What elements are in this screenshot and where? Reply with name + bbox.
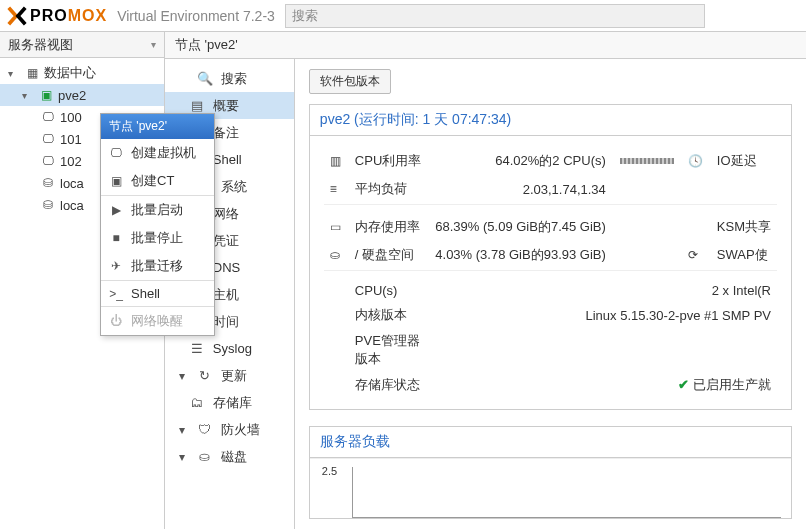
swap-icon: ⟳ <box>688 248 698 262</box>
monitor-icon: 🖵 <box>40 110 56 124</box>
resource-tree: ▾ ▦ 数据中心 ▾ ▣ pve2 🖵 100 🖵 101 🖵 102 <box>0 58 164 529</box>
info-row-kernel: 内核版本 Linux 5.15.30-2-pve #1 SMP PV <box>324 303 777 327</box>
chart-ytick: 2.5 <box>322 465 337 477</box>
stat-row-disk: ⛀ / 硬盘空间 4.03% (3.78 GiB的93.93 GiB) ⟳ SW… <box>324 242 777 268</box>
migrate-icon: ✈ <box>109 259 123 273</box>
shield-icon: 🛡 <box>197 422 213 437</box>
disk-icon: ⛀ <box>197 449 213 464</box>
ctx-bulk-start[interactable]: ▶批量启动 <box>101 196 214 224</box>
view-mode-label: 服务器视图 <box>8 36 73 54</box>
load-chart: 2.5 <box>310 458 791 518</box>
detail-panel: 软件包版本 pve2 (运行时间: 1 天 07:47:34) ▥ CPU利用率… <box>295 59 806 529</box>
status-panel-title: pve2 (运行时间: 1 天 07:47:34) <box>310 105 791 136</box>
status-table: ▥ CPU利用率 64.02%的2 CPU(s) 🕓 IO延迟 ≡ 平均负荷 2 <box>322 146 779 399</box>
content-area: 节点 'pve2' 🔍搜索 ▤概要 📄备注 >_Shell ▾⚙系统 ⇄网络 🏅… <box>165 32 806 529</box>
bars-icon: ≡ <box>330 182 337 196</box>
repo-icon: 🗂 <box>189 395 205 410</box>
nav-syslog[interactable]: ☰Syslog <box>165 335 294 362</box>
cpu-bar <box>620 158 674 164</box>
tree-datacenter[interactable]: ▾ ▦ 数据中心 <box>0 62 164 84</box>
server-load-title: 服务器负载 <box>310 427 791 458</box>
breadcrumb: 节点 'pve2' <box>165 32 806 59</box>
ctx-create-ct[interactable]: ▣创建CT <box>101 167 214 195</box>
info-row-repo: 存储库状态 ✔ 已启用生产就 <box>324 373 777 397</box>
ctx-wake-on-lan: ⏻网络唤醒 <box>101 307 214 335</box>
ctx-bulk-migrate[interactable]: ✈批量迁移 <box>101 252 214 280</box>
chart-plot-area <box>352 467 781 518</box>
node-icon: ▣ <box>38 88 54 102</box>
power-icon: ⏻ <box>109 314 123 328</box>
stat-row-cpu: ▥ CPU利用率 64.02%的2 CPU(s) 🕓 IO延迟 <box>324 148 777 174</box>
chevron-down-icon: ▾ <box>175 423 189 437</box>
cube-icon: ▣ <box>109 174 123 188</box>
ctx-bulk-stop[interactable]: ■批量停止 <box>101 224 214 252</box>
monitor-icon: 🖵 <box>40 154 56 168</box>
cpu-icon: ▥ <box>330 154 341 168</box>
info-row-pve: PVE管理器版本 <box>324 329 777 371</box>
hdd-icon: ⛀ <box>330 248 340 262</box>
storage-icon: ⛁ <box>40 198 56 212</box>
clock-icon: 🕓 <box>688 154 703 168</box>
syslog-icon: ☰ <box>189 341 205 356</box>
nav-updates[interactable]: ▾↻更新 <box>165 362 294 389</box>
chevron-down-icon: ▾ <box>175 369 189 383</box>
ctx-create-vm[interactable]: 🖵创建虚拟机 <box>101 139 214 167</box>
node-context-menu: 节点 'pve2' 🖵创建虚拟机 ▣创建CT ▶批量启动 ■批量停止 ✈批量迁移… <box>100 113 215 336</box>
nav-disks[interactable]: ▾⛀磁盘 <box>165 443 294 470</box>
search-icon: 🔍 <box>197 71 213 86</box>
collapse-toggle-icon[interactable]: ▾ <box>22 90 34 101</box>
summary-icon: ▤ <box>189 98 205 113</box>
play-icon: ▶ <box>109 203 123 217</box>
collapse-toggle-icon[interactable]: ▾ <box>8 68 20 79</box>
stop-icon: ■ <box>109 231 123 245</box>
logo: PROMOX <box>6 5 107 27</box>
resource-tree-sidebar: 服务器视图 ▾ ▾ ▦ 数据中心 ▾ ▣ pve2 🖵 100 🖵 101 <box>0 32 165 529</box>
shell-icon: >_ <box>109 287 123 301</box>
logo-x-icon <box>6 5 28 27</box>
stat-row-load: ≡ 平均负荷 2.03,1.74,1.34 <box>324 176 777 202</box>
package-versions-button[interactable]: 软件包版本 <box>309 69 391 94</box>
chevron-down-icon: ▾ <box>175 450 189 464</box>
env-version-text: Virtual Environment 7.2-3 <box>117 8 275 24</box>
ctx-shell[interactable]: >_Shell <box>101 281 214 306</box>
stat-row-memory: ▭ 内存使用率 68.39% (5.09 GiB的7.45 GiB) KSM共享 <box>324 214 777 240</box>
info-row-cpus: CPU(s) 2 x Intel(R <box>324 280 777 301</box>
status-panel: pve2 (运行时间: 1 天 07:47:34) ▥ CPU利用率 64.02… <box>309 104 792 410</box>
monitor-icon: 🖵 <box>109 146 123 160</box>
memory-icon: ▭ <box>330 220 341 234</box>
refresh-icon: ↻ <box>197 368 213 383</box>
global-search-input[interactable]: 搜索 <box>285 4 705 28</box>
datacenter-icon: ▦ <box>24 66 40 80</box>
nav-repositories[interactable]: 🗂存储库 <box>165 389 294 416</box>
nav-search[interactable]: 🔍搜索 <box>165 65 294 92</box>
nav-firewall[interactable]: ▾🛡防火墙 <box>165 416 294 443</box>
server-load-panel: 服务器负载 2.5 <box>309 426 792 519</box>
view-mode-dropdown[interactable]: 服务器视图 ▾ <box>0 32 164 58</box>
context-menu-title: 节点 'pve2' <box>101 114 214 139</box>
monitor-icon: 🖵 <box>40 132 56 146</box>
app-header: PROMOX Virtual Environment 7.2-3 搜索 <box>0 0 806 32</box>
chevron-down-icon: ▾ <box>151 39 156 50</box>
storage-icon: ⛁ <box>40 176 56 190</box>
check-icon: ✔ <box>678 377 689 392</box>
tree-node-pve2[interactable]: ▾ ▣ pve2 <box>0 84 164 106</box>
